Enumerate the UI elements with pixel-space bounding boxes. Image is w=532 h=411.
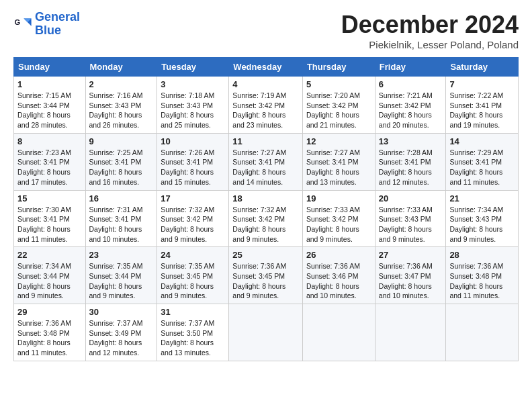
day-number: 9 [89, 136, 154, 146]
day-detail: Sunrise: 7:23 AMSunset: 3:41 PMDaylight:… [17, 148, 71, 186]
calendar-cell [446, 304, 519, 361]
calendar-cell: 14Sunrise: 7:29 AMSunset: 3:41 PMDayligh… [446, 133, 519, 190]
day-detail: Sunrise: 7:36 AMSunset: 3:47 PMDaylight:… [379, 262, 433, 300]
calendar-header-tuesday: Tuesday [157, 58, 229, 77]
day-detail: Sunrise: 7:27 AMSunset: 3:41 PMDaylight:… [306, 148, 360, 186]
day-detail: Sunrise: 7:32 AMSunset: 3:42 PMDaylight:… [232, 205, 286, 243]
day-detail: Sunrise: 7:15 AMSunset: 3:44 PMDaylight:… [17, 91, 71, 129]
svg-text:G: G [14, 18, 20, 26]
day-detail: Sunrise: 7:33 AMSunset: 3:43 PMDaylight:… [379, 205, 433, 243]
calendar-week-2: 8Sunrise: 7:23 AMSunset: 3:41 PMDaylight… [14, 133, 519, 190]
day-number: 13 [379, 136, 443, 146]
calendar-cell: 21Sunrise: 7:34 AMSunset: 3:43 PMDayligh… [446, 190, 519, 247]
day-number: 6 [379, 79, 443, 89]
day-detail: Sunrise: 7:20 AMSunset: 3:42 PMDaylight:… [306, 91, 360, 129]
calendar-header-saturday: Saturday [446, 58, 519, 77]
day-detail: Sunrise: 7:25 AMSunset: 3:41 PMDaylight:… [89, 148, 143, 186]
calendar-cell: 27Sunrise: 7:36 AMSunset: 3:47 PMDayligh… [375, 247, 446, 304]
logo-line1: General [35, 11, 80, 24]
calendar-cell: 22Sunrise: 7:34 AMSunset: 3:44 PMDayligh… [14, 247, 86, 304]
calendar-header-sunday: Sunday [14, 58, 86, 77]
day-detail: Sunrise: 7:16 AMSunset: 3:43 PMDaylight:… [89, 91, 143, 129]
day-number: 16 [89, 193, 154, 203]
day-detail: Sunrise: 7:30 AMSunset: 3:41 PMDaylight:… [17, 205, 71, 243]
calendar-cell: 17Sunrise: 7:32 AMSunset: 3:42 PMDayligh… [157, 190, 229, 247]
day-detail: Sunrise: 7:32 AMSunset: 3:42 PMDaylight:… [161, 205, 214, 243]
calendar-body: 1Sunrise: 7:15 AMSunset: 3:44 PMDaylight… [14, 77, 519, 361]
calendar-cell: 9Sunrise: 7:25 AMSunset: 3:41 PMDaylight… [85, 133, 157, 190]
calendar-week-1: 1Sunrise: 7:15 AMSunset: 3:44 PMDaylight… [14, 77, 519, 134]
day-number: 25 [232, 250, 299, 260]
day-number: 30 [89, 307, 154, 317]
day-detail: Sunrise: 7:37 AMSunset: 3:49 PMDaylight:… [89, 319, 143, 357]
day-number: 17 [161, 193, 225, 203]
calendar-header-monday: Monday [85, 58, 157, 77]
day-detail: Sunrise: 7:31 AMSunset: 3:41 PMDaylight:… [89, 205, 143, 243]
day-detail: Sunrise: 7:26 AMSunset: 3:41 PMDaylight:… [161, 148, 214, 186]
day-detail: Sunrise: 7:33 AMSunset: 3:42 PMDaylight:… [306, 205, 360, 243]
calendar-cell: 24Sunrise: 7:35 AMSunset: 3:45 PMDayligh… [157, 247, 229, 304]
day-number: 14 [449, 136, 515, 146]
day-detail: Sunrise: 7:19 AMSunset: 3:42 PMDaylight:… [232, 91, 286, 129]
day-number: 12 [306, 136, 371, 146]
day-detail: Sunrise: 7:34 AMSunset: 3:44 PMDaylight:… [17, 262, 71, 300]
calendar-cell: 19Sunrise: 7:33 AMSunset: 3:42 PMDayligh… [302, 190, 375, 247]
calendar-cell: 1Sunrise: 7:15 AMSunset: 3:44 PMDaylight… [14, 77, 86, 134]
day-number: 28 [449, 250, 515, 260]
day-number: 24 [161, 250, 225, 260]
day-detail: Sunrise: 7:29 AMSunset: 3:41 PMDaylight:… [449, 148, 503, 186]
day-detail: Sunrise: 7:35 AMSunset: 3:44 PMDaylight:… [89, 262, 143, 300]
calendar-cell: 3Sunrise: 7:18 AMSunset: 3:43 PMDaylight… [157, 77, 229, 134]
day-detail: Sunrise: 7:36 AMSunset: 3:48 PMDaylight:… [17, 319, 71, 357]
day-detail: Sunrise: 7:34 AMSunset: 3:43 PMDaylight:… [449, 205, 503, 243]
calendar-header-thursday: Thursday [302, 58, 375, 77]
calendar-week-5: 29Sunrise: 7:36 AMSunset: 3:48 PMDayligh… [14, 304, 519, 361]
location-title: Piekielnik, Lesser Poland, Poland [341, 39, 519, 50]
calendar-cell: 4Sunrise: 7:19 AMSunset: 3:42 PMDaylight… [229, 77, 303, 134]
day-number: 4 [232, 79, 299, 89]
day-detail: Sunrise: 7:22 AMSunset: 3:41 PMDaylight:… [449, 91, 503, 129]
day-detail: Sunrise: 7:27 AMSunset: 3:41 PMDaylight:… [232, 148, 286, 186]
calendar-cell: 26Sunrise: 7:36 AMSunset: 3:46 PMDayligh… [302, 247, 375, 304]
day-number: 1 [17, 79, 82, 89]
day-number: 10 [161, 136, 225, 146]
day-detail: Sunrise: 7:18 AMSunset: 3:43 PMDaylight:… [161, 91, 214, 129]
calendar-cell: 13Sunrise: 7:28 AMSunset: 3:41 PMDayligh… [375, 133, 446, 190]
day-number: 5 [306, 79, 371, 89]
calendar-cell [302, 304, 375, 361]
day-number: 19 [306, 193, 371, 203]
day-number: 3 [161, 79, 225, 89]
day-number: 26 [306, 250, 371, 260]
day-number: 18 [232, 193, 299, 203]
calendar-cell: 6Sunrise: 7:21 AMSunset: 3:42 PMDaylight… [375, 77, 446, 134]
day-number: 29 [17, 307, 82, 317]
calendar-cell: 7Sunrise: 7:22 AMSunset: 3:41 PMDaylight… [446, 77, 519, 134]
calendar-week-4: 22Sunrise: 7:34 AMSunset: 3:44 PMDayligh… [14, 247, 519, 304]
logo-line2: Blue [35, 24, 80, 38]
calendar-cell: 5Sunrise: 7:20 AMSunset: 3:42 PMDaylight… [302, 77, 375, 134]
calendar-cell: 2Sunrise: 7:16 AMSunset: 3:43 PMDaylight… [85, 77, 157, 134]
day-number: 11 [232, 136, 299, 146]
logo-icon: G [13, 15, 32, 34]
day-number: 31 [161, 307, 225, 317]
day-detail: Sunrise: 7:37 AMSunset: 3:50 PMDaylight:… [161, 319, 214, 357]
calendar-cell [375, 304, 446, 361]
calendar-cell: 16Sunrise: 7:31 AMSunset: 3:41 PMDayligh… [85, 190, 157, 247]
month-title: December 2024 [341, 11, 519, 39]
day-number: 27 [379, 250, 443, 260]
calendar-header-wednesday: Wednesday [229, 58, 303, 77]
day-detail: Sunrise: 7:36 AMSunset: 3:46 PMDaylight:… [306, 262, 360, 300]
calendar-cell: 12Sunrise: 7:27 AMSunset: 3:41 PMDayligh… [302, 133, 375, 190]
calendar-cell [229, 304, 303, 361]
calendar-week-3: 15Sunrise: 7:30 AMSunset: 3:41 PMDayligh… [14, 190, 519, 247]
calendar-cell: 29Sunrise: 7:36 AMSunset: 3:48 PMDayligh… [14, 304, 86, 361]
calendar-header-friday: Friday [375, 58, 446, 77]
day-detail: Sunrise: 7:36 AMSunset: 3:45 PMDaylight:… [232, 262, 286, 300]
day-number: 2 [89, 79, 154, 89]
calendar-cell: 23Sunrise: 7:35 AMSunset: 3:44 PMDayligh… [85, 247, 157, 304]
day-number: 7 [449, 79, 515, 89]
day-number: 22 [17, 250, 82, 260]
day-number: 8 [17, 136, 82, 146]
day-number: 20 [379, 193, 443, 203]
day-number: 21 [449, 193, 515, 203]
